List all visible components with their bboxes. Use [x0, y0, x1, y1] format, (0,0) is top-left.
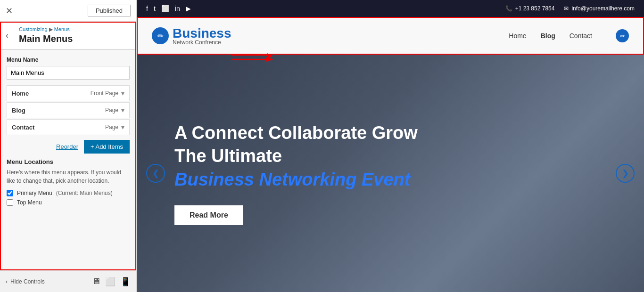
phone-info: 📞 +1 23 852 7854	[505, 5, 555, 12]
menu-item-name: Blog	[12, 107, 25, 114]
nav-links: Home Blog Contact ✏	[509, 29, 629, 42]
hero-cta-button[interactable]: Read More	[174, 205, 243, 225]
desktop-icon[interactable]: 🖥	[92, 276, 100, 287]
hide-controls-button[interactable]: ‹ Hide Controls	[6, 278, 45, 285]
logo-icon: ✏	[152, 27, 169, 44]
site-logo: ✏ Business Network Confrence	[152, 26, 231, 46]
menu-item-name: Contact	[12, 124, 34, 131]
social-icons: f t ⬜ in ▶	[146, 5, 191, 12]
email-address: info@youremailhere.com	[571, 5, 635, 12]
chevron-down-icon: ▾	[121, 106, 124, 114]
youtube-icon[interactable]: ▶	[186, 5, 191, 12]
linkedin-icon[interactable]: in	[175, 5, 180, 12]
panel-content: Menu Name Home Front Page ▾ Blog Page ▾ …	[0, 50, 136, 270]
facebook-icon[interactable]: f	[146, 5, 148, 12]
published-button[interactable]: Published	[88, 5, 131, 16]
phone-number: +1 23 852 7854	[515, 5, 555, 12]
top-menu-label: Top Menu	[17, 199, 42, 206]
nav-link-home[interactable]: Home	[509, 32, 526, 40]
close-button[interactable]: ✕	[6, 6, 13, 16]
menu-actions: Reorder + Add Items	[7, 140, 130, 154]
twitter-icon[interactable]: t	[154, 5, 156, 12]
hide-controls-icon: ‹	[6, 278, 8, 285]
top-menu-checkbox[interactable]	[7, 199, 13, 206]
nav-link-blog[interactable]: Blog	[541, 32, 555, 40]
hero-content: A Connect Collaborate Grow The Ultimate …	[137, 122, 455, 225]
nav-edit-icon[interactable]: ✏	[616, 29, 629, 42]
menu-name-input[interactable]	[7, 66, 130, 80]
menu-item[interactable]: Contact Page ▾	[7, 119, 130, 135]
hero-line2: The Ultimate	[174, 145, 418, 168]
primary-menu-label: Primary Menu	[17, 190, 52, 196]
panel-title: Main Menus	[19, 33, 131, 44]
primary-menu-current: (Current: Main Menus)	[56, 190, 113, 196]
site-topbar: f t ⬜ in ▶ 📞 +1 23 852 7854 ✉ info@youre…	[137, 0, 644, 17]
site-nav: ✏ Business Network Confrence Home Blog C…	[137, 17, 644, 55]
logo-name-part2: ness	[201, 26, 231, 41]
logo-name-part1: Busi	[173, 26, 201, 41]
hide-controls-label: Hide Controls	[10, 278, 45, 285]
email-info: ✉ info@youremailhere.com	[564, 5, 635, 12]
hero-line1: A Connect Collaborate Grow	[174, 122, 418, 145]
customizer-panel: ✕ Published ‹ Customizing ▶ Menus Main M…	[0, 0, 137, 292]
nav-link-contact[interactable]: Contact	[570, 32, 592, 40]
menu-locations-section: Menu Locations Here's where this menu ap…	[7, 158, 130, 206]
carousel-next-button[interactable]: ❯	[616, 164, 635, 183]
mobile-icon[interactable]: 📱	[120, 276, 131, 287]
device-switcher: 🖥 ⬜ 📱	[92, 276, 131, 287]
chevron-down-icon: ▾	[121, 123, 124, 131]
panel-header: ‹ Customizing ▶ Menus Main Menus	[0, 22, 136, 50]
customizer-topbar: ✕ Published	[0, 0, 136, 22]
logo-text: Business Network Confrence	[173, 26, 231, 46]
back-button[interactable]: ‹	[6, 31, 8, 41]
bottom-bar: ‹ Hide Controls 🖥 ⬜ 📱	[0, 270, 136, 292]
logo-tagline: Network Confrence	[173, 39, 231, 46]
menu-item-type: Page ▾	[105, 106, 124, 114]
menu-item[interactable]: Home Front Page ▾	[7, 85, 130, 101]
menu-item[interactable]: Blog Page ▾	[7, 102, 130, 118]
add-items-button[interactable]: + Add Items	[84, 140, 130, 154]
breadcrumb-customizing[interactable]: Customizing	[19, 26, 48, 32]
tablet-icon[interactable]: ⬜	[105, 276, 116, 287]
chevron-down-icon: ▾	[121, 89, 124, 97]
carousel-prev-button[interactable]: ❮	[146, 164, 165, 183]
site-preview: f t ⬜ in ▶ 📞 +1 23 852 7854 ✉ info@youre…	[137, 0, 644, 292]
contact-info: 📞 +1 23 852 7854 ✉ info@youremailhere.co…	[505, 5, 635, 12]
hero-section: ❮ ❯ A Connect Collaborate Grow The Ultim…	[137, 55, 644, 292]
menu-item-type: Front Page ▾	[91, 89, 124, 97]
top-menu-row: Top Menu	[7, 199, 130, 206]
instagram-icon[interactable]: ⬜	[161, 5, 169, 12]
primary-menu-row: Primary Menu (Current: Main Menus)	[7, 190, 130, 196]
hero-title: A Connect Collaborate Grow The Ultimate …	[174, 122, 418, 191]
menu-item-type: Page ▾	[105, 123, 124, 131]
menu-items-list: Home Front Page ▾ Blog Page ▾ Contact Pa…	[7, 85, 130, 135]
menu-locations-desc: Here's where this menu appears. If you w…	[7, 168, 130, 185]
menu-name-label: Menu Name	[7, 57, 130, 63]
menu-locations-title: Menu Locations	[7, 158, 130, 165]
reorder-button[interactable]: Reorder	[56, 143, 78, 150]
breadcrumb: Customizing ▶ Menus	[19, 26, 131, 32]
breadcrumb-menus[interactable]: Menus	[54, 26, 70, 32]
phone-icon: 📞	[505, 5, 512, 12]
primary-menu-checkbox[interactable]	[7, 190, 13, 196]
hero-line3: Business Networking Event	[174, 168, 418, 191]
menu-item-name: Home	[12, 90, 29, 97]
email-icon: ✉	[564, 5, 569, 12]
